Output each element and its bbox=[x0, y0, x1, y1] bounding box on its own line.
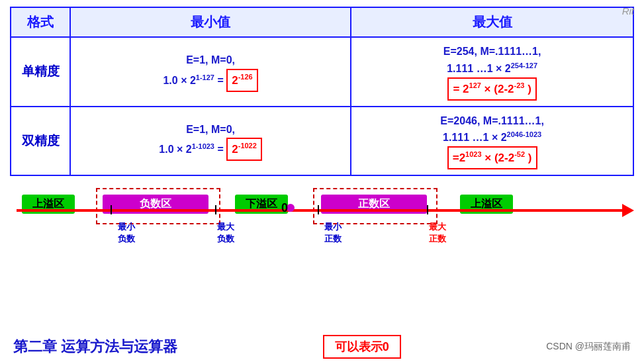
double-min-line2: 1.0 × 21-1023 = 2-1022 bbox=[77, 138, 344, 161]
tick-max-pos bbox=[427, 205, 428, 214]
footer: 第二章 运算方法与运算器 可以表示0 CSDN @玛丽莲南甫 bbox=[0, 335, 644, 359]
double-max-line3: =21023 × (2-2-52 ) bbox=[358, 146, 626, 169]
table-row: 双精度 E=1, M=0, 1.0 × 21-1023 = 2-1022 E=2… bbox=[11, 107, 633, 176]
cell-double-max: E=2046, M=.1111…1, 1.111 …1 × 22046-1023… bbox=[351, 107, 633, 176]
number-line-section: 上溢区 负数区 下溢区 正数区 上溢区 0 最小负数 最大负数 最小正数 最大正… bbox=[10, 188, 634, 261]
footer-title: 第二章 运算方法与运算器 bbox=[13, 337, 177, 357]
sub-label-min-pos: 最小正数 bbox=[314, 221, 351, 245]
zero-label: 0 bbox=[281, 201, 288, 215]
tick-max-neg bbox=[215, 205, 216, 214]
main-container: Rit 格式 最小值 最大值 单精度 E=1, M=0, 1.0 × 21-12… bbox=[0, 0, 644, 364]
single-max-line2: 1.111 …1 × 2254-127 bbox=[358, 60, 626, 77]
double-max-line1: E=2046, M=.1111…1, bbox=[358, 113, 626, 130]
table-row: 单精度 E=1, M=0, 1.0 × 21-127 = 2-126 E=254… bbox=[11, 37, 633, 107]
tick-min-pos bbox=[318, 205, 319, 214]
double-min-line1: E=1, M=0, bbox=[77, 121, 344, 138]
footer-center-box: 可以表示0 bbox=[323, 335, 401, 359]
double-max-line2: 1.111 …1 × 22046-1023 bbox=[358, 129, 626, 146]
single-min-redbox: 2-126 bbox=[226, 69, 258, 92]
footer-right: CSDN @玛丽莲南甫 bbox=[546, 341, 631, 353]
tick-min-neg bbox=[111, 205, 112, 214]
col-header-min: 最小值 bbox=[70, 7, 351, 37]
watermark: Rit bbox=[622, 5, 634, 17]
single-max-line1: E=254, M=.1111…1, bbox=[358, 43, 626, 60]
col-header-format: 格式 bbox=[11, 7, 70, 37]
col-header-max: 最大值 bbox=[351, 7, 633, 37]
sub-label-max-neg: 最大负数 bbox=[207, 221, 244, 245]
sub-label-min-neg: 最小负数 bbox=[108, 221, 144, 245]
cell-single-max: E=254, M=.1111…1, 1.111 …1 × 2254-127 = … bbox=[351, 37, 633, 107]
row-label-single: 单精度 bbox=[11, 37, 70, 107]
number-line-arrow bbox=[17, 209, 627, 212]
single-min-line1: E=1, M=0, bbox=[77, 52, 344, 69]
cell-double-min: E=1, M=0, 1.0 × 21-1023 = 2-1022 bbox=[70, 107, 351, 176]
cell-single-min: E=1, M=0, 1.0 × 21-127 = 2-126 bbox=[70, 37, 351, 107]
format-table: 格式 最小值 最大值 单精度 E=1, M=0, 1.0 × 21-127 = … bbox=[10, 7, 634, 176]
double-min-redbox: 2-1022 bbox=[226, 138, 262, 161]
double-max-redbox: =21023 × (2-2-52 ) bbox=[447, 146, 537, 169]
single-max-line3: = 2127 × (2-2-23 ) bbox=[358, 77, 626, 101]
single-min-line2: 1.0 × 21-127 = 2-126 bbox=[77, 69, 344, 92]
single-max-redbox: = 2127 × (2-2-23 ) bbox=[447, 77, 536, 101]
row-label-double: 双精度 bbox=[11, 107, 70, 176]
sub-label-max-pos: 最大正数 bbox=[419, 221, 455, 245]
